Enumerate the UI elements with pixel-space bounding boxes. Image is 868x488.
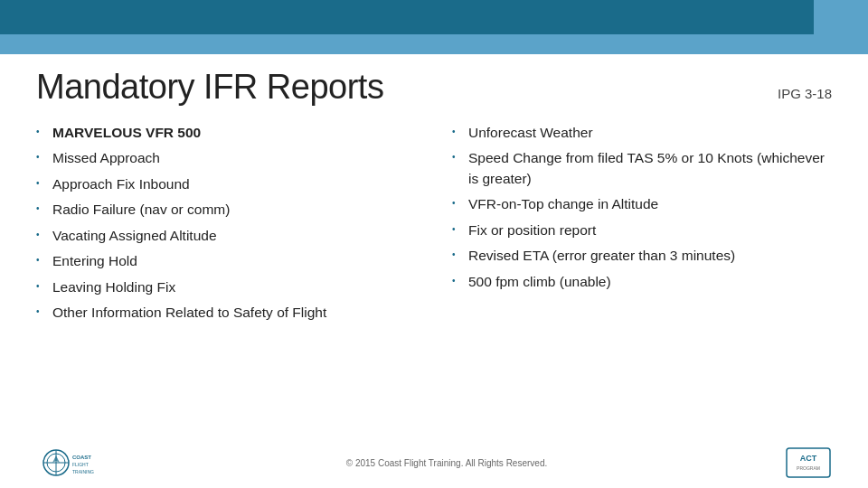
ipg-label: IPG 3-18 bbox=[778, 86, 832, 101]
left-list-item: •Radio Failure (nav or comm) bbox=[36, 200, 416, 220]
bullet-dot: • bbox=[452, 275, 468, 288]
coast-flight-logo: COAST FLIGHT TRAINING bbox=[36, 446, 108, 479]
bullet-dot: • bbox=[36, 202, 52, 216]
left-list-item: •Approach Fix Inbound bbox=[36, 174, 416, 194]
left-bullet-list: •MARVELOUS VFR 500•Missed Approach•Appro… bbox=[36, 123, 416, 324]
right-list-item: •500 fpm climb (unable) bbox=[452, 272, 832, 292]
right-list-item: •Revised ETA (error greater than 3 minut… bbox=[452, 246, 832, 266]
bullet-text: Vacating Assigned Altitude bbox=[52, 226, 416, 246]
right-column: •Unforecast Weather•Speed Change from fi… bbox=[452, 123, 832, 329]
bullet-text: Missed Approach bbox=[52, 148, 416, 168]
right-list-item: •VFR-on-Top change in Altitude bbox=[452, 194, 832, 214]
left-list-item: •MARVELOUS VFR 500 bbox=[36, 123, 416, 143]
bullet-text: Leaving Holding Fix bbox=[52, 277, 416, 297]
header-bar-container bbox=[0, 0, 868, 54]
bullet-dot: • bbox=[36, 151, 52, 164]
bullet-text: MARVELOUS VFR 500 bbox=[52, 123, 416, 143]
header-bar-main bbox=[0, 0, 814, 34]
svg-text:PROGRAM: PROGRAM bbox=[797, 465, 820, 471]
left-list-item: •Leaving Holding Fix bbox=[36, 277, 416, 297]
bullet-text: 500 fpm climb (unable) bbox=[468, 272, 832, 292]
bullet-text: Revised ETA (error greater than 3 minute… bbox=[468, 246, 832, 266]
header-bar-accent bbox=[814, 0, 868, 54]
svg-rect-7 bbox=[787, 448, 830, 477]
bullet-dot: • bbox=[452, 126, 468, 139]
svg-text:COAST: COAST bbox=[72, 455, 91, 460]
left-column: •MARVELOUS VFR 500•Missed Approach•Appro… bbox=[36, 123, 416, 329]
svg-text:TRAINING: TRAINING bbox=[72, 469, 94, 474]
page-title: Mandatory IFR Reports bbox=[36, 68, 383, 107]
svg-text:FLIGHT: FLIGHT bbox=[72, 462, 89, 467]
bullet-text: Unforecast Weather bbox=[468, 123, 832, 143]
bullet-text: Radio Failure (nav or comm) bbox=[52, 200, 416, 220]
bullet-text: Fix or position report bbox=[468, 221, 832, 240]
left-list-item: •Entering Hold bbox=[36, 251, 416, 271]
bullet-dot: • bbox=[452, 197, 468, 211]
bullet-dot: • bbox=[452, 151, 468, 164]
coast-flight-logo-area: COAST FLIGHT TRAINING bbox=[36, 446, 108, 479]
right-list-item: •Fix or position report bbox=[452, 221, 832, 240]
footer-copyright: © 2015 Coast Flight Training. All Rights… bbox=[108, 458, 785, 468]
bullet-text: Other Information Related to Safety of F… bbox=[52, 303, 416, 323]
columns: •MARVELOUS VFR 500•Missed Approach•Appro… bbox=[36, 123, 832, 329]
footer: COAST FLIGHT TRAINING © 2015 Coast Fligh… bbox=[0, 446, 868, 479]
bullet-dot: • bbox=[36, 229, 52, 242]
title-row: Mandatory IFR Reports IPG 3-18 bbox=[36, 68, 832, 107]
bullet-text: VFR-on-Top change in Altitude bbox=[468, 194, 832, 214]
bullet-dot: • bbox=[36, 280, 52, 294]
left-list-item: •Missed Approach bbox=[36, 148, 416, 168]
bullet-dot: • bbox=[452, 223, 468, 237]
bullet-text: Speed Change from filed TAS 5% or 10 Kno… bbox=[468, 148, 832, 189]
svg-text:ACT: ACT bbox=[800, 454, 817, 463]
main-content: Mandatory IFR Reports IPG 3-18 •MARVELOU… bbox=[36, 68, 832, 434]
bullet-dot: • bbox=[36, 177, 52, 191]
left-list-item: •Vacating Assigned Altitude bbox=[36, 226, 416, 246]
header-bar-sub bbox=[0, 34, 814, 54]
left-list-item: •Other Information Related to Safety of … bbox=[36, 303, 416, 323]
bullet-dot: • bbox=[36, 254, 52, 267]
bullet-dot: • bbox=[36, 126, 52, 139]
bullet-text: Approach Fix Inbound bbox=[52, 174, 416, 194]
right-list-item: •Unforecast Weather bbox=[452, 123, 832, 143]
bullet-dot: • bbox=[36, 305, 52, 319]
bullet-dot: • bbox=[452, 249, 468, 262]
right-bullet-list: •Unforecast Weather•Speed Change from fi… bbox=[452, 123, 832, 292]
right-list-item: •Speed Change from filed TAS 5% or 10 Kn… bbox=[452, 148, 832, 189]
bullet-text: Entering Hold bbox=[52, 251, 416, 271]
act-logo: ACT PROGRAM bbox=[785, 446, 832, 479]
